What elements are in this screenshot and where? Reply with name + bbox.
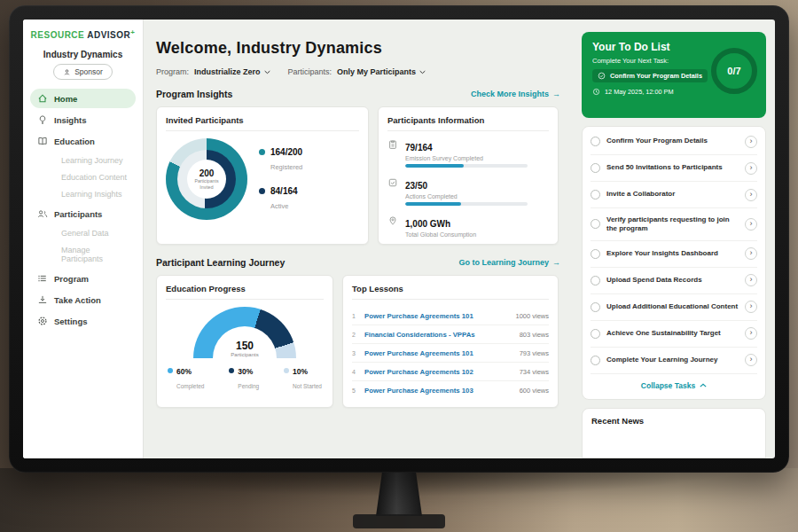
task-chevron-icon[interactable]: › <box>745 162 757 175</box>
task-chevron-icon[interactable]: › <box>745 218 757 231</box>
task-row[interactable]: Explore Your Insights Dashboard › <box>591 241 757 268</box>
nav-label: Take Action <box>54 295 101 305</box>
task-chevron-icon[interactable]: › <box>745 136 757 148</box>
insights-cards-row: Invited Participants 200 Participants In… <box>156 106 560 245</box>
filter-bar: Program: Industrialize Zero Participants… <box>156 67 560 76</box>
recent-news-card: Recent News <box>582 408 766 458</box>
list-icon <box>37 273 48 284</box>
task-checkbox[interactable] <box>591 249 600 259</box>
section-title-learning-journey: Participant Learning Journey <box>156 257 285 268</box>
participants-filter-label: Participants: <box>288 67 332 76</box>
due-label: 12 May 2025, 12:00 PM <box>605 88 673 96</box>
metric-label: Total Global Consumption <box>405 231 476 238</box>
task-label: Achieve One Sustainability Target <box>606 329 739 338</box>
task-label: Confirm Your Program Details <box>606 137 739 145</box>
completed-dot-icon <box>168 368 173 373</box>
book-icon <box>37 136 48 146</box>
nav-label: Participants <box>54 209 102 219</box>
task-chevron-icon[interactable]: › <box>745 327 757 340</box>
task-row[interactable]: Upload Additional Educational Content › <box>591 294 757 321</box>
task-checkbox[interactable] <box>591 163 600 173</box>
sidebar-item-insights[interactable]: Insights <box>30 110 136 129</box>
progress-track <box>405 202 528 206</box>
task-row[interactable]: Upload Spend Data Records › <box>591 268 757 294</box>
task-label: Invite a Collaborator <box>606 190 739 199</box>
monitor-stand-base <box>353 514 445 528</box>
lesson-views: 803 views <box>520 331 549 339</box>
sidebar-item-general-data[interactable]: General Data <box>23 225 136 241</box>
todo-progress-value: 0/7 <box>727 66 740 76</box>
task-checkbox[interactable] <box>591 219 600 229</box>
gauge-center: 150 Participants <box>213 326 277 358</box>
task-checkbox[interactable] <box>591 356 600 365</box>
invited-donut-center: 200 Participants Invited <box>187 160 226 199</box>
todo-summary-card: Your To Do List Complete Your Next Task:… <box>582 32 766 118</box>
task-checkbox[interactable] <box>591 302 600 312</box>
sidebar-item-learning-journey[interactable]: Learning Journey <box>23 153 136 168</box>
lesson-link[interactable]: Financial Considerations - VPPAs <box>364 331 514 339</box>
sponsor-label: Sponsor <box>74 67 103 76</box>
task-row[interactable]: Achieve One Sustainability Target › <box>591 321 757 348</box>
task-checkbox[interactable] <box>591 329 600 339</box>
sidebar-item-learning-insights[interactable]: Learning Insights <box>23 186 136 202</box>
task-row[interactable]: Invite a Collaborator › <box>591 182 757 208</box>
task-row[interactable]: Complete Your Learning Journey › <box>591 348 757 374</box>
education-gauge: 150 Participants <box>193 307 296 358</box>
task-label: Verify participants requesting to join t… <box>606 215 739 234</box>
task-label: Explore Your Insights Dashboard <box>606 249 739 258</box>
task-checkbox[interactable] <box>591 137 600 146</box>
home-icon <box>37 93 48 104</box>
legend-item-pending: 30%Pending <box>229 367 259 392</box>
metric-actions-completed: 23/50 Actions Completed <box>387 176 549 206</box>
scene: RESOURCE ADVISOR+ Industry Dynamics Spon… <box>0 0 798 532</box>
map-pin-icon <box>387 215 398 226</box>
task-chevron-icon[interactable]: › <box>745 247 757 260</box>
pending-dot-icon <box>229 368 234 373</box>
participants-information-card: Participants Information 79/164 Emission… <box>378 106 559 245</box>
sponsor-badge[interactable]: Sponsor <box>53 64 113 80</box>
task-chevron-icon[interactable]: › <box>745 301 757 313</box>
check-more-insights-link[interactable]: Check More Insights → <box>471 90 560 98</box>
gauge-label: Participants <box>231 352 258 357</box>
lesson-link[interactable]: Power Purchase Agreements 103 <box>364 387 514 395</box>
clipboard-icon <box>387 139 398 150</box>
nav-label: Manage Participants <box>61 246 103 263</box>
lesson-link[interactable]: Power Purchase Agreements 102 <box>364 368 514 376</box>
task-checkbox[interactable] <box>591 190 600 200</box>
task-chevron-icon[interactable]: › <box>745 354 757 366</box>
sidebar-item-take-action[interactable]: Take Action <box>30 290 136 309</box>
sidebar-item-home[interactable]: Home <box>30 89 136 108</box>
sidebar: RESOURCE ADVISOR+ Industry Dynamics Spon… <box>23 20 144 458</box>
lesson-link[interactable]: Power Purchase Agreements 101 <box>364 312 510 320</box>
task-row[interactable]: Confirm Your Program Details › <box>591 129 757 155</box>
sidebar-item-participants[interactable]: Participants <box>30 204 136 223</box>
metric-label: Emission Survey Completed <box>405 155 528 161</box>
sidebar-item-program[interactable]: Program <box>30 269 136 288</box>
sidebar-item-manage-participants[interactable]: Manage Participants <box>23 242 136 267</box>
task-label: Upload Additional Educational Content <box>606 302 739 311</box>
sidebar-item-education[interactable]: Education <box>30 131 136 151</box>
task-row[interactable]: Verify participants requesting to join t… <box>591 208 757 241</box>
program-select[interactable]: Industrialize Zero <box>194 67 270 76</box>
not-started-dot-icon <box>284 368 289 373</box>
sidebar-item-settings[interactable]: Settings <box>30 311 136 331</box>
task-chevron-icon[interactable]: › <box>745 189 757 201</box>
legend-label: Pending <box>238 383 259 389</box>
card-title: Participants Information <box>387 115 549 131</box>
legend-label: Completed <box>176 383 204 389</box>
collapse-tasks-button[interactable]: Collapse Tasks <box>591 374 757 397</box>
legend-label: Not Started <box>293 383 322 389</box>
lesson-link[interactable]: Power Purchase Agreements 101 <box>364 349 514 357</box>
go-to-learning-journey-link[interactable]: Go to Learning Journey → <box>458 258 560 267</box>
participants-select[interactable]: Only My Participants <box>337 67 426 76</box>
task-checkbox[interactable] <box>591 276 600 286</box>
legend-item-active: 84/164 Active <box>259 186 302 212</box>
todo-next-task[interactable]: Confirm Your Program Details <box>592 69 708 82</box>
task-chevron-icon[interactable]: › <box>745 274 757 286</box>
link-label: Check More Insights <box>471 90 549 98</box>
task-row[interactable]: Send 50 Invitations to Participants › <box>591 155 757 182</box>
sidebar-item-education-content[interactable]: Education Content <box>23 169 136 185</box>
download-icon <box>37 294 48 305</box>
active-label: Active <box>270 202 288 210</box>
metric-value: 23/50 <box>405 181 427 191</box>
